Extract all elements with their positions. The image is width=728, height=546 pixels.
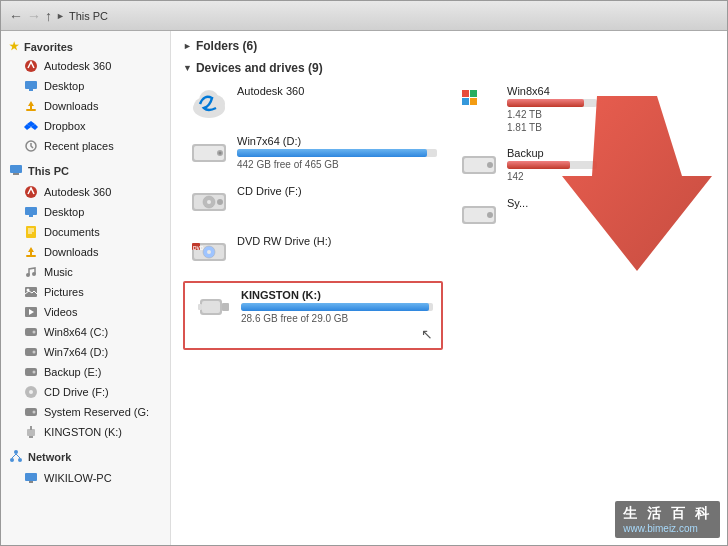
- sidebar-item-kingston-pc[interactable]: KINGSTON (K:): [1, 422, 170, 442]
- nav-forward-icon[interactable]: →: [27, 8, 41, 24]
- drive-dvdrw[interactable]: DVD DVD RW Drive (H:): [183, 231, 443, 275]
- autodesk360-drive-icon: [189, 85, 229, 121]
- sidebar-item-downloads-pc[interactable]: Downloads: [1, 242, 170, 262]
- win7x64-drive-icon: [189, 135, 229, 171]
- devices-drives-header: ▼ Devices and drives (9): [183, 61, 715, 75]
- sidebar-item-downloads-fav[interactable]: Downloads: [1, 96, 170, 116]
- system-info: Sy...: [507, 197, 597, 209]
- svg-point-36: [14, 450, 18, 454]
- svg-rect-41: [25, 473, 37, 481]
- sidebar-item-wikilow[interactable]: WIKILOW-PC: [1, 468, 170, 488]
- svg-point-54: [207, 200, 211, 204]
- usb-icon: [23, 425, 39, 439]
- kingston-progress-bg: [241, 303, 433, 311]
- drive-win7x64[interactable]: Win7x64 (D:) 442 GB free of 465 GB: [183, 131, 443, 175]
- sidebar-item-videos-pc[interactable]: Videos: [1, 302, 170, 322]
- sidebar-item-documents-pc[interactable]: Documents: [1, 222, 170, 242]
- win8x64-progress-fill: [507, 99, 584, 107]
- svg-rect-68: [462, 98, 469, 105]
- favorites-header[interactable]: ★ Favorites: [1, 37, 170, 56]
- svg-rect-63: [202, 301, 220, 313]
- drive-autodesk360[interactable]: Autodesk 360: [183, 81, 443, 125]
- dvdrw-name: DVD RW Drive (H:): [237, 235, 437, 247]
- win8x64-progress-bg: [507, 99, 597, 107]
- sidebar-item-autodesk360-pc[interactable]: Autodesk 360: [1, 182, 170, 202]
- win7x64-progress-fill: [237, 149, 427, 157]
- pictures-icon: [23, 285, 39, 299]
- network-icon: [9, 449, 23, 465]
- pc-network-icon: [23, 471, 39, 485]
- breadcrumb-thispc[interactable]: This PC: [69, 10, 108, 22]
- sidebar-item-dropbox-fav[interactable]: Dropbox: [1, 116, 170, 136]
- svg-marker-16: [28, 247, 34, 255]
- thispc-header[interactable]: This PC: [1, 160, 170, 182]
- window-frame: ← → ↑ ► This PC ★ Favorites Autodesk 360: [0, 0, 728, 546]
- drive-icon-4: [23, 405, 39, 419]
- sidebar-item-sysreserved-pc[interactable]: System Reserved (G:: [1, 402, 170, 422]
- favorites-section: ★ Favorites Autodesk 360 Desktop: [1, 37, 170, 156]
- svg-rect-34: [30, 426, 32, 430]
- backup-info: Backup 142: [507, 147, 597, 182]
- network-section: Network WIKILOW-PC: [1, 446, 170, 488]
- svg-point-37: [10, 458, 14, 462]
- drive-win8x64[interactable]: Win8x64 1.42 TB 1.81 TB: [453, 81, 603, 137]
- svg-point-24: [33, 331, 36, 334]
- svg-rect-1: [25, 81, 37, 89]
- sidebar-item-music-pc[interactable]: Music: [1, 262, 170, 282]
- content-area: ★ Favorites Autodesk 360 Desktop: [1, 31, 727, 545]
- svg-line-39: [12, 454, 16, 458]
- backup-progress-fill: [507, 161, 570, 169]
- sidebar-item-cddrive-pc[interactable]: CD Drive (F:): [1, 382, 170, 402]
- win7x64-progress-bg: [237, 149, 437, 157]
- svg-point-50: [219, 152, 222, 155]
- cddrive-name: CD Drive (F:): [237, 185, 437, 197]
- svg-point-18: [32, 272, 36, 276]
- downloads-icon: [23, 99, 39, 113]
- svg-point-30: [29, 390, 33, 394]
- sidebar-item-pictures-pc[interactable]: Pictures: [1, 282, 170, 302]
- svg-rect-3: [26, 109, 36, 111]
- sidebar-item-win7x64-pc[interactable]: Win7x64 (D:): [1, 342, 170, 362]
- kingston-progress-fill: [241, 303, 429, 311]
- win7x64-drive-info: Win7x64 (D:) 442 GB free of 465 GB: [237, 135, 437, 170]
- sidebar-item-desktop-fav[interactable]: Desktop: [1, 76, 170, 96]
- kingston-space: 28.6 GB free of 29.0 GB: [241, 313, 433, 324]
- svg-point-75: [487, 212, 493, 218]
- svg-line-40: [16, 454, 20, 458]
- svg-rect-64: [222, 303, 229, 311]
- backup-progress-bg: [507, 161, 597, 169]
- drive-system[interactable]: Sy...: [453, 193, 603, 237]
- svg-rect-67: [470, 90, 477, 97]
- main-panel: ► Folders (6) ▼ Devices and drives (9): [171, 31, 727, 545]
- nav-up-icon[interactable]: ↑: [45, 8, 52, 24]
- dvdrw-info: DVD RW Drive (H:): [237, 235, 437, 247]
- win7x64-drive-name: Win7x64 (D:): [237, 135, 437, 147]
- downloads-icon-2: [23, 245, 39, 259]
- svg-rect-69: [470, 98, 477, 105]
- network-header[interactable]: Network: [1, 446, 170, 468]
- nav-back-icon[interactable]: ←: [9, 8, 23, 24]
- sidebar-item-win8x64-pc[interactable]: Win8x64 (C:): [1, 322, 170, 342]
- svg-rect-9: [10, 165, 22, 173]
- drive-kingston[interactable]: KINGSTON (K:) 28.6 GB free of 29.0 GB ↖: [183, 281, 443, 350]
- backup-space: 142: [507, 171, 597, 182]
- svg-rect-42: [29, 481, 33, 483]
- autodesk-icon: [23, 59, 39, 73]
- svg-rect-10: [13, 173, 19, 175]
- svg-point-59: [207, 250, 211, 254]
- svg-rect-12: [25, 207, 37, 215]
- drive-cddrive[interactable]: CD Drive (F:): [183, 181, 443, 225]
- sidebar-item-autodesk360-fav[interactable]: Autodesk 360: [1, 56, 170, 76]
- svg-rect-35: [29, 436, 33, 438]
- desktop-icon: [23, 79, 39, 93]
- sidebar-item-recentplaces-fav[interactable]: Recent places: [1, 136, 170, 156]
- thispc-icon: [9, 163, 23, 179]
- drive-backup[interactable]: Backup 142: [453, 143, 603, 187]
- drive-icon-1: [23, 325, 39, 339]
- win7x64-space: 442 GB free of 465 GB: [237, 159, 437, 170]
- title-bar: ← → ↑ ► This PC: [1, 1, 727, 31]
- sidebar-item-desktop-pc[interactable]: Desktop: [1, 202, 170, 222]
- svg-text:DVD: DVD: [193, 245, 204, 251]
- sidebar-item-backup-pc[interactable]: Backup (E:): [1, 362, 170, 382]
- watermark: 生 活 百 科 www.bimeiz.com: [615, 501, 720, 538]
